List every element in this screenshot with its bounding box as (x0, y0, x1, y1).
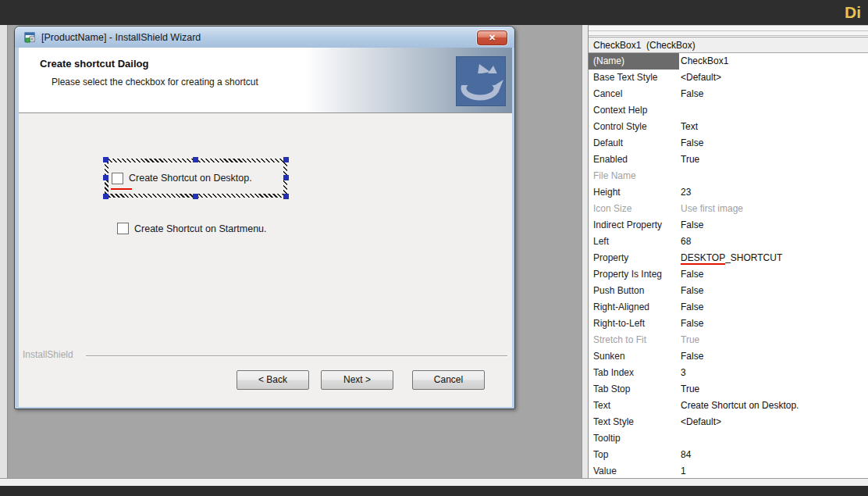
property-row[interactable]: Push ButtonFalse (589, 283, 868, 299)
dialog-titlebar[interactable]: [ProductName] - InstallShield Wizard ✕ (15, 27, 514, 48)
property-value: False (679, 135, 868, 152)
property-label: Text (589, 398, 679, 414)
selection-handle[interactable] (193, 194, 198, 199)
property-value (679, 102, 868, 119)
selected-checkbox-control[interactable]: Create Shortcut on Desktop. (105, 159, 287, 198)
installshield-branding: InstallShield (23, 349, 73, 360)
back-button[interactable]: < Back (237, 370, 309, 390)
status-strip (0, 478, 868, 486)
property-label: Control Style (589, 119, 679, 135)
spellcheck-underline (111, 188, 132, 190)
property-value (679, 168, 868, 184)
dialog-heading: Create shortcut Dailog (40, 58, 148, 70)
dialog-title: [ProductName] - InstallShield Wizard (41, 32, 201, 43)
property-row[interactable]: Control StyleText (589, 119, 868, 135)
property-value: Use first image (679, 201, 868, 217)
property-row[interactable]: CancelFalse (589, 86, 868, 102)
property-value: DESKTOP_SHORTCUT (679, 250, 868, 266)
property-row[interactable]: Value1 (589, 463, 868, 480)
view-title-fragment: Di (845, 3, 861, 22)
property-label: Cancel (589, 86, 679, 102)
property-value: False (679, 348, 868, 365)
property-grid-header: CheckBox1 (CheckBox) (589, 37, 868, 53)
installshield-logo-icon (456, 56, 506, 106)
property-value: True (679, 381, 868, 398)
property-value: False (679, 283, 868, 299)
property-value: CheckBox1 (679, 53, 868, 70)
property-label: Right-Aligned (589, 299, 679, 316)
property-value: <Default> (679, 70, 868, 86)
property-row[interactable]: PropertyDESKTOP_SHORTCUT (589, 250, 868, 266)
property-label: Left (589, 234, 679, 250)
property-row[interactable]: Context Help (589, 102, 868, 119)
property-row[interactable]: (Name)CheckBox1 (589, 53, 868, 70)
checkbox-desktop[interactable]: Create Shortcut on Desktop. (108, 162, 283, 194)
property-label: Icon Size (589, 201, 679, 217)
property-row[interactable]: TextCreate Shortcut on Desktop. (589, 398, 868, 414)
selection-handle[interactable] (103, 194, 108, 199)
property-row[interactable]: Base Text Style<Default> (589, 70, 868, 86)
property-row[interactable]: Right-AlignedFalse (589, 299, 868, 316)
checkbox-icon[interactable] (117, 223, 129, 234)
property-row[interactable]: Tab Index3 (589, 365, 868, 381)
property-value: 1 (679, 463, 868, 480)
property-label: Context Help (589, 102, 679, 119)
property-row[interactable]: EnabledTrue (589, 152, 868, 168)
property-row[interactable]: Text Style<Default> (589, 414, 868, 430)
property-value (679, 430, 868, 447)
checkbox-desktop-label: Create Shortcut on Desktop. (129, 173, 252, 184)
property-label: Base Text Style (589, 70, 679, 86)
property-label: Sunken (589, 348, 679, 365)
property-label: Height (589, 184, 679, 201)
property-row[interactable]: Icon SizeUse first image (589, 201, 868, 217)
property-label: Tab Stop (589, 381, 679, 398)
dialog-banner: Create shortcut Dailog Please select the… (19, 48, 512, 113)
property-label: Tab Index (589, 365, 679, 381)
checkbox-icon[interactable] (112, 173, 123, 184)
property-row[interactable]: Property Is IntegFalse (589, 266, 868, 283)
cancel-button[interactable]: Cancel (412, 370, 485, 390)
property-row[interactable]: Tooltip (589, 430, 868, 447)
selection-handle[interactable] (103, 175, 108, 180)
property-value: Create Shortcut on Desktop. (679, 398, 868, 414)
panel-splitter[interactable] (582, 25, 589, 478)
property-row[interactable]: Right-to-LeftFalse (589, 316, 868, 332)
next-button[interactable]: Next > (321, 370, 393, 390)
property-label: Top (589, 447, 679, 463)
property-row[interactable]: Top84 (589, 447, 868, 463)
property-row[interactable]: Indirect PropertyFalse (589, 217, 868, 234)
property-row[interactable]: Height23 (589, 184, 868, 201)
selection-handle[interactable] (193, 157, 198, 162)
selection-handle[interactable] (283, 175, 289, 180)
property-row[interactable]: DefaultFalse (589, 135, 868, 152)
property-row[interactable]: File Name (589, 168, 868, 184)
property-value: Text (679, 119, 868, 135)
panel-top-grip (589, 25, 868, 36)
property-label: Push Button (589, 283, 679, 299)
property-value: False (679, 316, 868, 332)
selection-handle[interactable] (283, 157, 289, 162)
property-label: Value (589, 463, 679, 480)
property-row[interactable]: Tab StopTrue (589, 381, 868, 398)
property-row[interactable]: Stretch to FitTrue (589, 332, 868, 348)
installer-package-icon (24, 31, 37, 44)
property-row[interactable]: SunkenFalse (589, 348, 868, 365)
close-icon[interactable]: ✕ (477, 30, 507, 45)
left-panel-edge (0, 25, 8, 478)
property-value: True (679, 152, 868, 168)
property-label: Tooltip (589, 430, 679, 447)
property-value: False (679, 266, 868, 283)
property-label: Enabled (589, 152, 679, 168)
selection-handle[interactable] (283, 194, 289, 199)
selection-handle[interactable] (103, 157, 108, 162)
property-value: 84 (679, 447, 868, 463)
property-row[interactable]: Left68 (589, 234, 868, 250)
property-label: Text Style (589, 414, 679, 430)
checkbox-startmenu[interactable]: Create Shortcut on Startmenu. (114, 223, 267, 234)
property-label: Right-to-Left (589, 316, 679, 332)
property-value: False (679, 217, 868, 234)
property-value: True (679, 332, 868, 348)
property-value: 3 (679, 365, 868, 381)
divider (86, 355, 507, 357)
bottom-bar (0, 486, 868, 496)
